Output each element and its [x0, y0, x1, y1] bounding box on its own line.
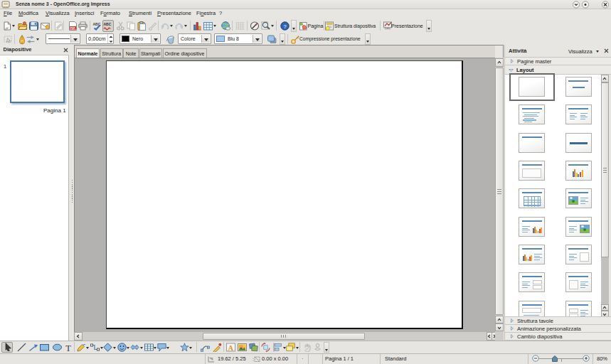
- svg-text:ABC: ABC: [104, 22, 112, 26]
- svg-text:?: ?: [283, 23, 287, 30]
- svg-text:PDF: PDF: [70, 27, 76, 30]
- svg-text:T: T: [65, 343, 71, 353]
- svg-text:A: A: [228, 344, 234, 352]
- svg-text::: :: [253, 357, 254, 362]
